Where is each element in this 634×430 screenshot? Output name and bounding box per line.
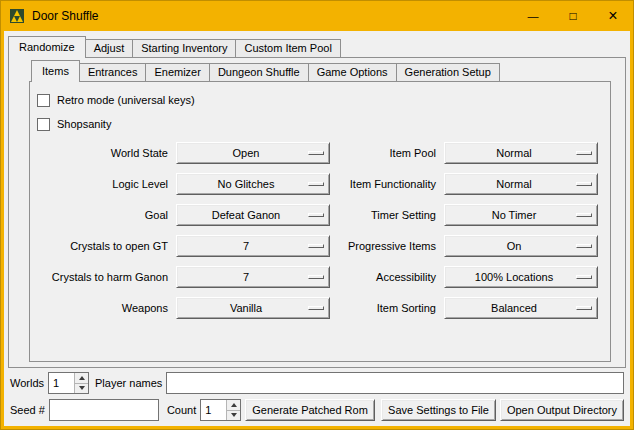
minimize-icon: — <box>528 10 539 22</box>
item-pool-label: Item Pool <box>334 147 440 159</box>
accessibility-dropdown[interactable]: 100% Locations <box>444 266 598 288</box>
retro-mode-row: Retro mode (universal keys) <box>36 88 602 112</box>
spin-up-icon <box>231 403 237 407</box>
worlds-spin-down-button[interactable] <box>75 383 88 394</box>
tab-enemizer[interactable]: Enemizer <box>145 63 209 81</box>
timer-setting-label: Timer Setting <box>334 209 440 221</box>
dropdown-indicator-icon <box>308 275 324 279</box>
crystals-open-gt-label: Crystals to open GT <box>36 240 172 252</box>
progressive-items-label: Progressive Items <box>334 240 440 252</box>
tab-entrances[interactable]: Entrances <box>79 63 147 81</box>
dropdown-value: Vanilla <box>230 302 276 314</box>
app-window: Door Shuffle — □ × Randomize Adjust Star… <box>0 0 634 430</box>
close-icon: × <box>608 7 617 25</box>
dropdown-indicator-icon <box>576 151 592 155</box>
inner-tabbar: Items Entrances Enemizer Dungeon Shuffle… <box>31 60 625 81</box>
tab-randomize[interactable]: Randomize <box>8 36 86 58</box>
count-spinbox <box>200 399 241 421</box>
dropdown-indicator-icon <box>308 213 324 217</box>
dropdown-value: 7 <box>243 271 263 283</box>
dropdown-value: On <box>507 240 536 252</box>
seed-input[interactable] <box>49 399 159 421</box>
timer-setting-dropdown[interactable]: No Timer <box>444 204 598 226</box>
item-sorting-label: Item Sorting <box>334 302 440 314</box>
item-pool-dropdown[interactable]: Normal <box>444 142 598 164</box>
shopsanity-label: Shopsanity <box>57 118 111 130</box>
progressive-items-dropdown[interactable]: On <box>444 235 598 257</box>
player-names-input[interactable] <box>166 372 624 394</box>
player-names-label: Player names <box>95 377 162 389</box>
item-sorting-dropdown[interactable]: Balanced <box>444 297 598 319</box>
retro-mode-checkbox[interactable] <box>37 94 50 107</box>
tab-dungeon-shuffle[interactable]: Dungeon Shuffle <box>209 63 309 81</box>
generate-patched-rom-button[interactable]: Generate Patched Rom <box>245 399 375 421</box>
spin-up-icon <box>79 376 85 380</box>
tab-starting-inventory[interactable]: Starting Inventory <box>132 39 236 57</box>
maximize-button[interactable]: □ <box>553 1 593 31</box>
count-spin-down-button[interactable] <box>227 410 240 421</box>
tab-items[interactable]: Items <box>31 60 80 82</box>
count-spin-buttons <box>226 400 240 420</box>
open-output-directory-button[interactable]: Open Output Directory <box>500 399 624 421</box>
window-title: Door Shuffle <box>32 9 99 23</box>
shopsanity-checkbox[interactable] <box>37 118 50 131</box>
dropdown-value: 7 <box>243 240 263 252</box>
worlds-input[interactable] <box>49 373 74 393</box>
count-label: Count <box>167 404 196 416</box>
dropdown-indicator-icon <box>308 244 324 248</box>
dropdown-value: Normal <box>496 178 545 190</box>
seed-label: Seed # <box>10 404 45 416</box>
dropdown-indicator-icon <box>308 151 324 155</box>
crystals-harm-ganon-label: Crystals to harm Ganon <box>36 271 172 283</box>
goal-dropdown[interactable]: Defeat Ganon <box>176 204 330 226</box>
maximize-icon: □ <box>569 9 576 23</box>
save-settings-button[interactable]: Save Settings to File <box>381 399 496 421</box>
dropdown-value: No Glitches <box>218 178 289 190</box>
dropdown-value: Balanced <box>491 302 551 314</box>
count-spin-up-button[interactable] <box>227 400 240 410</box>
worlds-spin-buttons <box>74 373 88 393</box>
worlds-spin-up-button[interactable] <box>75 373 88 383</box>
dropdown-indicator-icon <box>576 306 592 310</box>
shopsanity-row: Shopsanity <box>36 112 602 136</box>
world-state-dropdown[interactable]: Open <box>176 142 330 164</box>
worlds-label: Worlds <box>10 377 44 389</box>
crystals-harm-ganon-dropdown[interactable]: 7 <box>176 266 330 288</box>
worlds-row: Worlds Player names <box>10 372 624 394</box>
dropdown-value: 100% Locations <box>475 271 567 283</box>
dropdown-indicator-icon <box>576 275 592 279</box>
weapons-label: Weapons <box>36 302 172 314</box>
dropdown-value: No Timer <box>492 209 551 221</box>
spin-down-icon <box>231 413 237 417</box>
dropdown-indicator-icon <box>576 182 592 186</box>
dropdown-value: Normal <box>496 147 545 159</box>
goal-label: Goal <box>36 209 172 221</box>
crystals-open-gt-dropdown[interactable]: 7 <box>176 235 330 257</box>
worlds-spinbox <box>48 372 89 394</box>
world-state-label: World State <box>36 147 172 159</box>
app-icon <box>9 8 25 24</box>
tab-generation-setup[interactable]: Generation Setup <box>396 63 500 81</box>
logic-level-label: Logic Level <box>36 178 172 190</box>
logic-level-dropdown[interactable]: No Glitches <box>176 173 330 195</box>
options-grid: World State Open Item Pool Normal Logic … <box>36 142 602 319</box>
outer-tabbar: Randomize Adjust Starting Inventory Cust… <box>8 36 626 57</box>
tab-adjust[interactable]: Adjust <box>85 39 134 57</box>
dropdown-value: Defeat Ganon <box>212 209 295 221</box>
randomize-panel: Items Entrances Enemizer Dungeon Shuffle… <box>8 57 626 368</box>
bottom-controls: Worlds Player names Seed # Count <box>4 372 630 426</box>
weapons-dropdown[interactable]: Vanilla <box>176 297 330 319</box>
items-panel: Retro mode (universal keys) Shopsanity W… <box>29 81 611 362</box>
count-input[interactable] <box>201 400 226 420</box>
dropdown-indicator-icon <box>576 244 592 248</box>
tab-game-options[interactable]: Game Options <box>308 63 397 81</box>
dropdown-indicator-icon <box>308 306 324 310</box>
retro-mode-label: Retro mode (universal keys) <box>57 94 195 106</box>
seed-row: Seed # Count Generate Patched Rom Save S… <box>10 399 624 421</box>
dropdown-indicator-icon <box>308 182 324 186</box>
item-functionality-dropdown[interactable]: Normal <box>444 173 598 195</box>
minimize-button[interactable]: — <box>513 1 553 31</box>
close-button[interactable]: × <box>593 1 633 31</box>
titlebar[interactable]: Door Shuffle — □ × <box>1 1 633 31</box>
tab-custom-item-pool[interactable]: Custom Item Pool <box>235 39 340 57</box>
